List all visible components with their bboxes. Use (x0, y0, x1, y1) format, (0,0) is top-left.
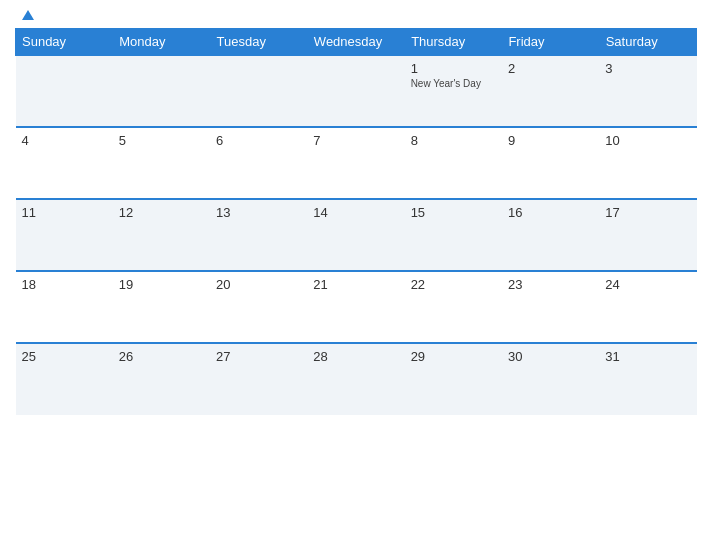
day-number: 8 (411, 133, 496, 148)
weekday-header-row: SundayMondayTuesdayWednesdayThursdayFrid… (16, 29, 697, 56)
week-row-1: 1New Year's Day23 (16, 55, 697, 127)
week-row-4: 18192021222324 (16, 271, 697, 343)
calendar-cell: 5 (113, 127, 210, 199)
calendar-cell: 28 (307, 343, 404, 415)
weekday-header-sunday: Sunday (16, 29, 113, 56)
day-number: 4 (22, 133, 107, 148)
calendar-cell: 29 (405, 343, 502, 415)
day-number: 13 (216, 205, 301, 220)
calendar-cell: 19 (113, 271, 210, 343)
calendar-cell: 10 (599, 127, 696, 199)
calendar-cell: 26 (113, 343, 210, 415)
day-number: 2 (508, 61, 593, 76)
weekday-header-saturday: Saturday (599, 29, 696, 56)
calendar-cell: 23 (502, 271, 599, 343)
calendar-cell: 12 (113, 199, 210, 271)
day-number: 18 (22, 277, 107, 292)
day-number: 6 (216, 133, 301, 148)
day-number: 31 (605, 349, 690, 364)
week-row-3: 11121314151617 (16, 199, 697, 271)
calendar-cell (210, 55, 307, 127)
day-number: 7 (313, 133, 398, 148)
day-number: 15 (411, 205, 496, 220)
day-number: 21 (313, 277, 398, 292)
day-number: 1 (411, 61, 496, 76)
calendar-cell: 9 (502, 127, 599, 199)
calendar-cell: 24 (599, 271, 696, 343)
calendar-cell (113, 55, 210, 127)
logo-triangle-icon (22, 10, 34, 20)
day-number: 11 (22, 205, 107, 220)
calendar-container: SundayMondayTuesdayWednesdayThursdayFrid… (0, 0, 712, 550)
calendar-cell: 7 (307, 127, 404, 199)
day-number: 16 (508, 205, 593, 220)
day-number: 17 (605, 205, 690, 220)
calendar-cell (307, 55, 404, 127)
calendar-cell: 6 (210, 127, 307, 199)
day-number: 12 (119, 205, 204, 220)
week-row-5: 25262728293031 (16, 343, 697, 415)
day-number: 27 (216, 349, 301, 364)
weekday-header-thursday: Thursday (405, 29, 502, 56)
calendar-cell: 14 (307, 199, 404, 271)
calendar-cell: 21 (307, 271, 404, 343)
calendar-cell: 27 (210, 343, 307, 415)
calendar-cell: 15 (405, 199, 502, 271)
day-number: 3 (605, 61, 690, 76)
calendar-cell: 13 (210, 199, 307, 271)
calendar-cell: 25 (16, 343, 113, 415)
day-number: 25 (22, 349, 107, 364)
calendar-table: SundayMondayTuesdayWednesdayThursdayFrid… (15, 28, 697, 415)
calendar-cell: 8 (405, 127, 502, 199)
weekday-header-monday: Monday (113, 29, 210, 56)
day-number: 29 (411, 349, 496, 364)
week-row-2: 45678910 (16, 127, 697, 199)
calendar-cell: 4 (16, 127, 113, 199)
logo (20, 10, 34, 20)
day-number: 20 (216, 277, 301, 292)
calendar-cell: 2 (502, 55, 599, 127)
calendar-cell: 30 (502, 343, 599, 415)
day-number: 28 (313, 349, 398, 364)
calendar-cell: 20 (210, 271, 307, 343)
weekday-header-wednesday: Wednesday (307, 29, 404, 56)
day-number: 30 (508, 349, 593, 364)
calendar-cell: 1New Year's Day (405, 55, 502, 127)
day-number: 9 (508, 133, 593, 148)
day-number: 24 (605, 277, 690, 292)
calendar-header (15, 10, 697, 20)
calendar-cell: 22 (405, 271, 502, 343)
calendar-cell: 3 (599, 55, 696, 127)
day-number: 5 (119, 133, 204, 148)
holiday-label: New Year's Day (411, 78, 496, 89)
day-number: 19 (119, 277, 204, 292)
weekday-header-friday: Friday (502, 29, 599, 56)
day-number: 23 (508, 277, 593, 292)
weekday-header-tuesday: Tuesday (210, 29, 307, 56)
day-number: 14 (313, 205, 398, 220)
day-number: 10 (605, 133, 690, 148)
calendar-cell (16, 55, 113, 127)
day-number: 22 (411, 277, 496, 292)
calendar-cell: 17 (599, 199, 696, 271)
calendar-cell: 11 (16, 199, 113, 271)
calendar-cell: 18 (16, 271, 113, 343)
day-number: 26 (119, 349, 204, 364)
calendar-cell: 31 (599, 343, 696, 415)
calendar-cell: 16 (502, 199, 599, 271)
